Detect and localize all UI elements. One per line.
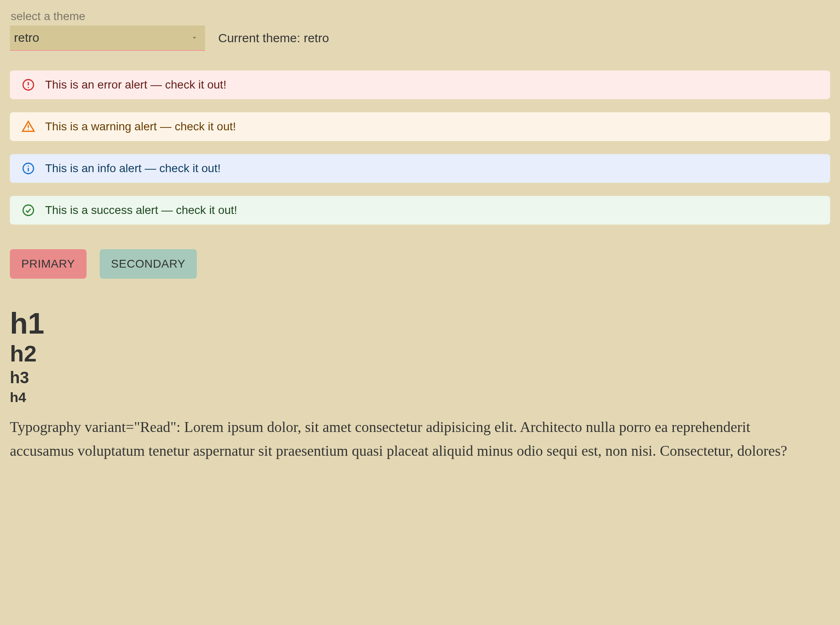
theme-select-label: select a theme <box>10 10 205 23</box>
alert-info-text: This is an info alert — check it out! <box>45 162 221 175</box>
body-read: Typography variant="Read": Lorem ipsum d… <box>10 416 814 463</box>
svg-point-8 <box>23 205 34 216</box>
alert-success-text: This is a success alert — check it out! <box>45 204 237 217</box>
heading-h1: h1 <box>10 308 830 339</box>
error-icon <box>21 78 35 92</box>
alert-warning-text: This is a warning alert — check it out! <box>45 120 236 133</box>
primary-button[interactable]: PRIMARY <box>10 249 87 279</box>
alert-stack: This is an error alert — check it out! T… <box>10 70 830 225</box>
alert-info: This is an info alert — check it out! <box>10 154 830 183</box>
svg-point-2 <box>28 87 29 88</box>
warning-icon <box>21 120 35 134</box>
alert-error-text: This is an error alert — check it out! <box>45 78 226 91</box>
current-theme-label: Current theme: retro <box>218 31 329 51</box>
chevron-down-icon <box>190 34 199 42</box>
alert-warning: This is a warning alert — check it out! <box>10 112 830 141</box>
alert-error: This is an error alert — check it out! <box>10 70 830 99</box>
theme-controls: select a theme retro Current theme: retr… <box>10 10 830 51</box>
theme-select: select a theme retro <box>10 10 205 51</box>
info-icon <box>21 161 35 175</box>
theme-select-control[interactable]: retro <box>10 25 205 51</box>
success-icon <box>21 203 35 217</box>
alert-success: This is a success alert — check it out! <box>10 196 830 225</box>
typography-demo: h1 h2 h3 h4 Typography variant="Read": L… <box>10 308 830 463</box>
svg-point-4 <box>28 129 29 130</box>
theme-select-value: retro <box>14 31 39 45</box>
secondary-button[interactable]: SECONDARY <box>100 249 197 279</box>
heading-h2: h2 <box>10 341 830 366</box>
svg-point-6 <box>28 166 29 167</box>
heading-h4: h4 <box>10 389 830 406</box>
button-row: PRIMARY SECONDARY <box>10 249 830 279</box>
heading-h3: h3 <box>10 368 830 387</box>
